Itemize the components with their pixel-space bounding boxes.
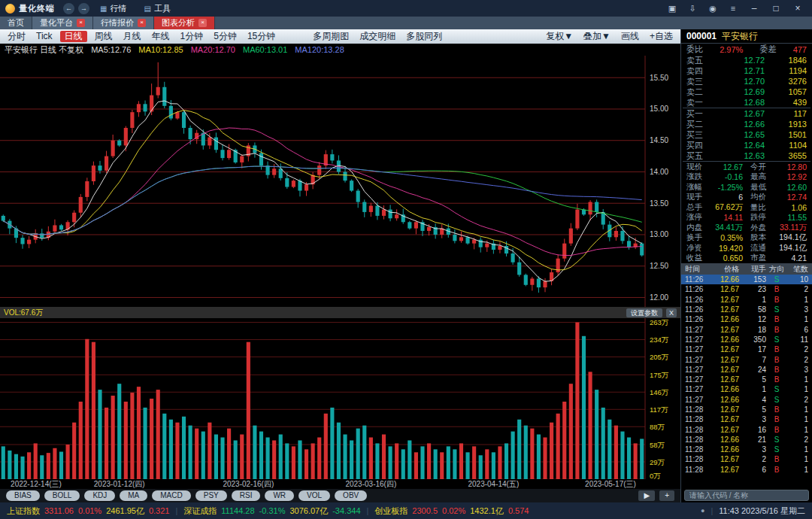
tab-close-icon[interactable]: ×	[77, 19, 85, 27]
indicator-rsi[interactable]: RSI	[232, 490, 261, 501]
trade-row[interactable]: 11:2812.675B1	[681, 405, 812, 414]
book-bids-1[interactable]: 买一12.67117	[681, 108, 812, 119]
indicator-boll[interactable]: BOLL	[44, 490, 80, 501]
trade-volume: 24	[739, 366, 766, 374]
trade-row[interactable]: 11:2712.664S2	[681, 395, 812, 405]
book-bids-5[interactable]: 买五12.633655	[681, 150, 812, 161]
tab-3[interactable]: 行情报价×	[93, 17, 154, 29]
trade-row[interactable]: 11:2712.661S1	[681, 384, 812, 394]
book-bids-4[interactable]: 买四12.641104	[681, 140, 812, 150]
monitor-icon[interactable]: ▣	[664, 4, 680, 14]
view-2[interactable]: 成交明细	[354, 30, 401, 43]
book-price: 12.70	[707, 77, 765, 86]
indicator-ma[interactable]: MA	[120, 490, 147, 501]
trade-row[interactable]: 11:2812.676B1	[681, 465, 812, 475]
back-button[interactable]: ←	[63, 3, 74, 14]
trade-volume: 350	[739, 335, 766, 344]
status-bar: 上证指数3311.060.01%2461.95亿0.321|深证成指11144.…	[0, 502, 812, 519]
period-9[interactable]: 15分钟	[242, 30, 280, 43]
period-8[interactable]: 5分钟	[208, 30, 242, 43]
chart-action-3[interactable]: 画线	[616, 30, 644, 43]
period-1[interactable]: 分时	[2, 30, 31, 43]
trade-row[interactable]: 11:2612.6723B2	[681, 284, 812, 294]
tab-close-icon[interactable]: ×	[138, 19, 146, 27]
indicator-psy[interactable]: PSY	[195, 490, 227, 501]
tab-4[interactable]: 图表分析×	[154, 17, 215, 29]
info-segment-4: MA20:12.70	[191, 45, 235, 54]
book-asks-3[interactable]: 卖三12.703276	[681, 76, 812, 86]
download-icon[interactable]: ⇩	[684, 4, 701, 14]
stat-value: 67.62万	[707, 202, 743, 213]
user-icon[interactable]: ◉	[704, 4, 721, 14]
book-asks-2[interactable]: 卖四12.711194	[681, 65, 812, 76]
trade-count: 1	[787, 296, 808, 304]
quote-panel: 000001 平安银行 委比 2.97% 委差 477 卖五12.721846卖…	[680, 29, 812, 502]
chart-action-1[interactable]: 复权▼	[541, 30, 578, 43]
view-1[interactable]: 多周期图	[308, 30, 354, 43]
trade-price: 12.67	[711, 305, 739, 314]
volume-chart-canvas[interactable]: 263万234万205万175万146万117万88万58万29万0万	[0, 318, 680, 479]
period-5[interactable]: 月线	[118, 30, 147, 43]
trade-row[interactable]: 11:2612.6758S3	[681, 305, 812, 314]
trade-count: 10	[787, 275, 808, 284]
volume-close-button[interactable]: X	[666, 308, 677, 317]
book-bids-3[interactable]: 买三12.651501	[681, 129, 812, 140]
trade-row[interactable]: 11:2812.663S1	[681, 445, 812, 454]
trade-row[interactable]: 11:2712.6724B3	[681, 365, 812, 375]
tab-1[interactable]: 首页	[0, 17, 32, 29]
index-pct: 0.02%	[442, 506, 465, 515]
trade-count: 1	[787, 375, 808, 384]
close-button[interactable]: ×	[789, 3, 807, 14]
trade-row[interactable]: 11:2612.671B1	[681, 295, 812, 305]
book-asks-5[interactable]: 卖一12.68439	[681, 97, 812, 108]
volume-settings-button[interactable]: 设置参数	[626, 308, 662, 317]
trade-row[interactable]: 11:2712.66350S11	[681, 335, 812, 344]
indicator-macd[interactable]: MACD	[152, 490, 190, 501]
trade-row[interactable]: 11:2612.6612B1	[681, 314, 812, 324]
chart-action-2[interactable]: 叠加▼	[578, 30, 616, 43]
tab-2[interactable]: 量化平台×	[32, 17, 93, 29]
trade-row[interactable]: 11:2712.6718B6	[681, 324, 812, 334]
trade-row[interactable]: 11:2812.6621S2	[681, 435, 812, 445]
period-6[interactable]: 年线	[147, 30, 175, 43]
menu-quotes[interactable]: ▦ 行情	[93, 0, 133, 17]
trade-time: 11:28	[685, 415, 711, 423]
book-level-label: 卖二	[686, 86, 707, 98]
trade-row[interactable]: 11:2812.672B1	[681, 454, 812, 464]
trades-header-col-1: 时间	[685, 264, 711, 275]
indicator-bias[interactable]: BIAS	[6, 490, 40, 501]
indicator-obv[interactable]: OBV	[335, 490, 367, 501]
indicator-add-button[interactable]: +	[659, 490, 674, 501]
stat-value: -0.16	[707, 172, 743, 181]
indicator-wr[interactable]: WR	[265, 490, 294, 501]
tab-close-icon[interactable]: ×	[198, 19, 207, 27]
period-4[interactable]: 周线	[89, 30, 118, 43]
trade-time: 11:26	[685, 305, 711, 314]
trade-row[interactable]: 11:2712.675B1	[681, 375, 812, 384]
trade-row[interactable]: 11:2812.6716B1	[681, 424, 812, 434]
trade-row[interactable]: 11:2712.677B2	[681, 354, 812, 364]
chart-action-4[interactable]: +自选	[644, 30, 678, 43]
menu-tools[interactable]: ▤ 工具	[137, 0, 177, 17]
menu-icon[interactable]: ≡	[725, 4, 741, 13]
price-chart-canvas[interactable]: 12.0012.5013.0013.5014.0014.5015.0015.50	[0, 56, 680, 307]
period-3[interactable]: 日线	[60, 31, 87, 42]
trade-row[interactable]: 11:2812.673B1	[681, 414, 812, 424]
book-bids-2[interactable]: 买二12.661913	[681, 119, 812, 129]
trade-row[interactable]: 11:2612.66153S10	[681, 275, 812, 284]
indicator-next-button[interactable]: ▶	[638, 490, 655, 501]
indicator-kdj[interactable]: KDJ	[84, 490, 115, 501]
book-asks-4[interactable]: 卖二12.691057	[681, 86, 812, 97]
period-2[interactable]: Tick	[31, 30, 58, 43]
symbol-search-input[interactable]	[684, 490, 809, 501]
maximize-button[interactable]: □	[767, 3, 785, 14]
trade-row[interactable]: 11:2712.6717B2	[681, 344, 812, 354]
trade-time: 11:27	[685, 385, 711, 393]
period-7[interactable]: 1分钟	[175, 30, 209, 43]
book-asks-1[interactable]: 卖五12.721846	[681, 55, 812, 65]
forward-button[interactable]: →	[78, 3, 89, 14]
trades-header-col-3: 现手	[739, 264, 766, 275]
minimize-button[interactable]: –	[745, 3, 763, 14]
view-3[interactable]: 多股同列	[401, 30, 447, 43]
indicator-vol[interactable]: VOL	[298, 490, 330, 501]
